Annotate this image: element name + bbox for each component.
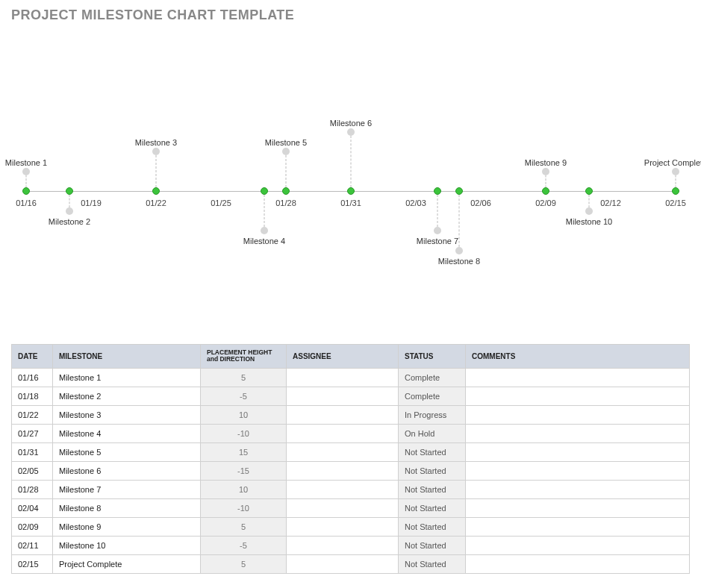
cell-date: 02/04 bbox=[12, 498, 53, 517]
cell-comments bbox=[466, 368, 690, 387]
milestone-label: Milestone 1 bbox=[5, 158, 47, 167]
cell-date: 01/28 bbox=[12, 480, 53, 498]
cell-milestone: Milestone 8 bbox=[53, 498, 201, 517]
milestone-label: Milestone 3 bbox=[135, 138, 177, 147]
cell-date: 01/22 bbox=[12, 405, 53, 424]
cell-milestone: Milestone 6 bbox=[53, 461, 201, 480]
cell-milestone: Milestone 7 bbox=[53, 480, 201, 498]
cell-date: 01/27 bbox=[12, 424, 53, 442]
milestone-end-dot bbox=[261, 227, 268, 234]
cell-status: Complete bbox=[399, 368, 466, 387]
cell-status: Not Started bbox=[399, 442, 466, 461]
cell-assignee bbox=[287, 368, 399, 387]
milestone-stem bbox=[264, 191, 265, 231]
cell-status: Complete bbox=[399, 387, 466, 405]
cell-date: 01/16 bbox=[12, 368, 53, 387]
milestone-stem bbox=[437, 191, 438, 231]
cell-status: Not Started bbox=[399, 498, 466, 517]
milestone-axis-dot bbox=[542, 187, 549, 195]
cell-comments bbox=[466, 498, 690, 517]
table-row: 01/16Milestone 15Complete bbox=[12, 368, 690, 387]
cell-status: In Progress bbox=[399, 405, 466, 424]
cell-status: Not Started bbox=[399, 554, 466, 573]
chart-tick: 01/25 bbox=[211, 198, 231, 207]
cell-milestone: Milestone 2 bbox=[53, 387, 201, 405]
cell-assignee bbox=[287, 480, 399, 498]
cell-comments bbox=[466, 424, 690, 442]
milestone-end-dot bbox=[585, 207, 593, 215]
cell-height: -5 bbox=[201, 387, 287, 405]
milestone-axis-dot bbox=[455, 187, 463, 195]
chart-tick: 01/19 bbox=[81, 198, 102, 207]
milestone-label: Milestone 4 bbox=[243, 237, 285, 245]
milestone-end-dot bbox=[282, 148, 290, 155]
milestone-chart: 01/1601/1901/2201/2501/2801/3102/0302/06… bbox=[11, 60, 690, 299]
milestone-label: Project Complete bbox=[644, 158, 701, 167]
milestone-end-dot bbox=[672, 168, 679, 175]
cell-milestone: Milestone 4 bbox=[53, 424, 201, 442]
milestone-axis-dot bbox=[347, 187, 355, 195]
cell-height: 5 bbox=[201, 517, 287, 536]
cell-status: Not Started bbox=[399, 480, 466, 498]
table-row: 02/15Project Complete5Not Started bbox=[12, 554, 690, 573]
cell-milestone: Project Complete bbox=[53, 554, 201, 573]
cell-milestone: Milestone 9 bbox=[53, 517, 201, 536]
cell-height: 5 bbox=[201, 368, 287, 387]
cell-height: 10 bbox=[201, 405, 287, 424]
cell-milestone: Milestone 10 bbox=[53, 536, 201, 554]
table-row: 02/05Milestone 6-15Not Started bbox=[12, 461, 690, 480]
milestone-stem bbox=[459, 191, 460, 251]
milestone-end-dot bbox=[22, 168, 30, 175]
table-header-assignee: ASSIGNEE bbox=[287, 345, 399, 369]
table-header-date: DATE bbox=[12, 345, 53, 369]
chart-tick: 01/16 bbox=[16, 198, 37, 207]
cell-height: -10 bbox=[201, 424, 287, 442]
chart-tick: 02/09 bbox=[535, 198, 556, 207]
cell-assignee bbox=[287, 405, 399, 424]
cell-comments bbox=[466, 517, 690, 536]
chart-tick: 02/12 bbox=[600, 198, 621, 207]
table-row: 01/22Milestone 310In Progress bbox=[12, 405, 690, 424]
cell-assignee bbox=[287, 498, 399, 517]
milestone-label: Milestone 2 bbox=[49, 217, 90, 226]
cell-date: 02/15 bbox=[12, 554, 53, 573]
page-title: PROJECT MILESTONE CHART TEMPLATE bbox=[11, 7, 690, 23]
cell-comments bbox=[466, 480, 690, 498]
cell-status: Not Started bbox=[399, 461, 466, 480]
table-header-status: STATUS bbox=[399, 345, 466, 369]
table-header-row: DATE MILESTONE PLACEMENT HEIGHT and DIRE… bbox=[12, 345, 690, 369]
cell-assignee bbox=[287, 517, 399, 536]
milestone-label: Milestone 8 bbox=[438, 257, 480, 266]
milestone-label: Milestone 5 bbox=[265, 138, 307, 147]
table-row: 02/09Milestone 95Not Started bbox=[12, 517, 690, 536]
milestone-end-dot bbox=[66, 207, 73, 215]
cell-comments bbox=[466, 442, 690, 461]
milestone-axis-dot bbox=[434, 187, 441, 195]
cell-status: Not Started bbox=[399, 517, 466, 536]
cell-comments bbox=[466, 554, 690, 573]
milestone-stem bbox=[286, 151, 287, 191]
milestone-stem bbox=[351, 132, 352, 192]
chart-tick: 01/31 bbox=[340, 198, 361, 207]
cell-assignee bbox=[287, 554, 399, 573]
milestone-axis-dot bbox=[585, 187, 593, 195]
cell-assignee bbox=[287, 442, 399, 461]
milestone-end-dot bbox=[347, 128, 355, 136]
cell-milestone: Milestone 3 bbox=[53, 405, 201, 424]
cell-comments bbox=[466, 405, 690, 424]
cell-comments bbox=[466, 387, 690, 405]
milestone-axis-dot bbox=[282, 187, 290, 195]
chart-tick: 02/03 bbox=[405, 198, 426, 207]
cell-assignee bbox=[287, 387, 399, 405]
table-header-height: PLACEMENT HEIGHT and DIRECTION bbox=[201, 345, 287, 369]
milestone-end-dot bbox=[434, 227, 441, 234]
milestone-axis-dot bbox=[66, 187, 73, 195]
chart-tick: 02/15 bbox=[665, 198, 686, 207]
cell-height: -10 bbox=[201, 498, 287, 517]
cell-height: -15 bbox=[201, 461, 287, 480]
milestone-label: Milestone 7 bbox=[417, 237, 458, 245]
cell-date: 02/11 bbox=[12, 536, 53, 554]
cell-milestone: Milestone 5 bbox=[53, 442, 201, 461]
cell-comments bbox=[466, 461, 690, 480]
table-header-comments: COMMENTS bbox=[466, 345, 690, 369]
